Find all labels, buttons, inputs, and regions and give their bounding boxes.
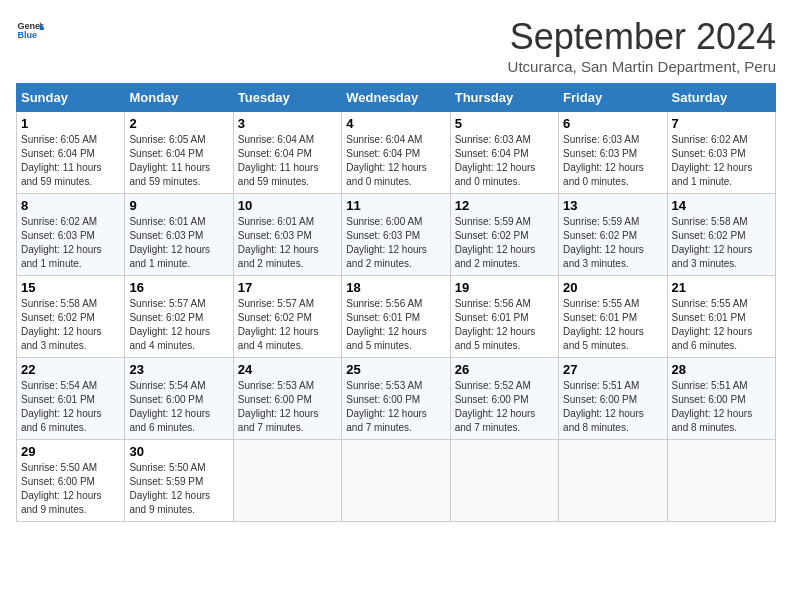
calendar-cell: 13 Sunrise: 5:59 AM Sunset: 6:02 PM Dayl… — [559, 194, 667, 276]
day-daylight: Daylight: 12 hours and 5 minutes. — [563, 326, 644, 351]
calendar-cell: 4 Sunrise: 6:04 AM Sunset: 6:04 PM Dayli… — [342, 112, 450, 194]
day-daylight: Daylight: 12 hours and 1 minute. — [129, 244, 210, 269]
day-sunset: Sunset: 6:02 PM — [129, 312, 203, 323]
calendar-cell: 15 Sunrise: 5:58 AM Sunset: 6:02 PM Dayl… — [17, 276, 125, 358]
day-number: 15 — [21, 280, 120, 295]
day-number: 17 — [238, 280, 337, 295]
day-number: 27 — [563, 362, 662, 377]
calendar-cell — [342, 440, 450, 522]
day-daylight: Daylight: 12 hours and 7 minutes. — [346, 408, 427, 433]
day-sunset: Sunset: 6:03 PM — [563, 148, 637, 159]
day-number: 3 — [238, 116, 337, 131]
day-daylight: Daylight: 12 hours and 8 minutes. — [563, 408, 644, 433]
calendar-week-1: 1 Sunrise: 6:05 AM Sunset: 6:04 PM Dayli… — [17, 112, 776, 194]
day-sunset: Sunset: 6:04 PM — [129, 148, 203, 159]
calendar-cell: 29 Sunrise: 5:50 AM Sunset: 6:00 PM Dayl… — [17, 440, 125, 522]
weekday-header-monday: Monday — [125, 84, 233, 112]
day-sunrise: Sunrise: 6:02 AM — [672, 134, 748, 145]
day-sunset: Sunset: 6:03 PM — [21, 230, 95, 241]
calendar-table: SundayMondayTuesdayWednesdayThursdayFrid… — [16, 83, 776, 522]
day-sunrise: Sunrise: 5:51 AM — [672, 380, 748, 391]
day-sunrise: Sunrise: 5:50 AM — [21, 462, 97, 473]
calendar-cell: 5 Sunrise: 6:03 AM Sunset: 6:04 PM Dayli… — [450, 112, 558, 194]
logo-icon: General Blue — [16, 16, 44, 44]
calendar-cell: 17 Sunrise: 5:57 AM Sunset: 6:02 PM Dayl… — [233, 276, 341, 358]
calendar-cell: 22 Sunrise: 5:54 AM Sunset: 6:01 PM Dayl… — [17, 358, 125, 440]
day-number: 11 — [346, 198, 445, 213]
day-sunrise: Sunrise: 5:53 AM — [238, 380, 314, 391]
calendar-cell: 16 Sunrise: 5:57 AM Sunset: 6:02 PM Dayl… — [125, 276, 233, 358]
calendar-cell — [667, 440, 775, 522]
day-daylight: Daylight: 12 hours and 4 minutes. — [238, 326, 319, 351]
day-sunset: Sunset: 6:04 PM — [21, 148, 95, 159]
day-sunrise: Sunrise: 5:58 AM — [21, 298, 97, 309]
day-sunset: Sunset: 6:04 PM — [346, 148, 420, 159]
calendar-cell: 3 Sunrise: 6:04 AM Sunset: 6:04 PM Dayli… — [233, 112, 341, 194]
day-number: 4 — [346, 116, 445, 131]
day-sunset: Sunset: 6:00 PM — [129, 394, 203, 405]
calendar-week-5: 29 Sunrise: 5:50 AM Sunset: 6:00 PM Dayl… — [17, 440, 776, 522]
calendar-cell: 1 Sunrise: 6:05 AM Sunset: 6:04 PM Dayli… — [17, 112, 125, 194]
day-number: 22 — [21, 362, 120, 377]
day-number: 1 — [21, 116, 120, 131]
day-sunset: Sunset: 6:02 PM — [563, 230, 637, 241]
logo: General Blue — [16, 16, 44, 44]
day-sunrise: Sunrise: 5:54 AM — [129, 380, 205, 391]
calendar-cell: 25 Sunrise: 5:53 AM Sunset: 6:00 PM Dayl… — [342, 358, 450, 440]
day-daylight: Daylight: 12 hours and 6 minutes. — [672, 326, 753, 351]
day-daylight: Daylight: 12 hours and 3 minutes. — [21, 326, 102, 351]
day-daylight: Daylight: 12 hours and 6 minutes. — [21, 408, 102, 433]
calendar-cell: 27 Sunrise: 5:51 AM Sunset: 6:00 PM Dayl… — [559, 358, 667, 440]
calendar-cell: 24 Sunrise: 5:53 AM Sunset: 6:00 PM Dayl… — [233, 358, 341, 440]
day-number: 8 — [21, 198, 120, 213]
day-daylight: Daylight: 12 hours and 1 minute. — [672, 162, 753, 187]
weekday-header-sunday: Sunday — [17, 84, 125, 112]
day-sunset: Sunset: 6:03 PM — [672, 148, 746, 159]
calendar-cell: 10 Sunrise: 6:01 AM Sunset: 6:03 PM Dayl… — [233, 194, 341, 276]
day-sunset: Sunset: 6:03 PM — [129, 230, 203, 241]
calendar-cell: 28 Sunrise: 5:51 AM Sunset: 6:00 PM Dayl… — [667, 358, 775, 440]
day-number: 7 — [672, 116, 771, 131]
day-number: 18 — [346, 280, 445, 295]
calendar-cell: 2 Sunrise: 6:05 AM Sunset: 6:04 PM Dayli… — [125, 112, 233, 194]
day-daylight: Daylight: 12 hours and 7 minutes. — [238, 408, 319, 433]
day-sunrise: Sunrise: 5:54 AM — [21, 380, 97, 391]
day-sunrise: Sunrise: 6:05 AM — [129, 134, 205, 145]
calendar-week-3: 15 Sunrise: 5:58 AM Sunset: 6:02 PM Dayl… — [17, 276, 776, 358]
day-sunset: Sunset: 5:59 PM — [129, 476, 203, 487]
day-number: 13 — [563, 198, 662, 213]
day-daylight: Daylight: 12 hours and 3 minutes. — [563, 244, 644, 269]
day-daylight: Daylight: 12 hours and 0 minutes. — [455, 162, 536, 187]
calendar-cell — [559, 440, 667, 522]
calendar-cell: 30 Sunrise: 5:50 AM Sunset: 5:59 PM Dayl… — [125, 440, 233, 522]
day-sunset: Sunset: 6:02 PM — [21, 312, 95, 323]
calendar-cell: 6 Sunrise: 6:03 AM Sunset: 6:03 PM Dayli… — [559, 112, 667, 194]
day-sunset: Sunset: 6:00 PM — [672, 394, 746, 405]
day-daylight: Daylight: 12 hours and 2 minutes. — [455, 244, 536, 269]
day-daylight: Daylight: 12 hours and 5 minutes. — [455, 326, 536, 351]
day-daylight: Daylight: 12 hours and 9 minutes. — [129, 490, 210, 515]
day-number: 19 — [455, 280, 554, 295]
day-daylight: Daylight: 12 hours and 0 minutes. — [346, 162, 427, 187]
day-sunset: Sunset: 6:01 PM — [21, 394, 95, 405]
calendar-cell: 8 Sunrise: 6:02 AM Sunset: 6:03 PM Dayli… — [17, 194, 125, 276]
day-number: 28 — [672, 362, 771, 377]
day-sunrise: Sunrise: 5:57 AM — [238, 298, 314, 309]
day-daylight: Daylight: 11 hours and 59 minutes. — [238, 162, 319, 187]
day-number: 30 — [129, 444, 228, 459]
calendar-cell: 21 Sunrise: 5:55 AM Sunset: 6:01 PM Dayl… — [667, 276, 775, 358]
day-sunset: Sunset: 6:00 PM — [238, 394, 312, 405]
location-subtitle: Utcurarca, San Martin Department, Peru — [508, 58, 776, 75]
day-daylight: Daylight: 12 hours and 9 minutes. — [21, 490, 102, 515]
day-sunset: Sunset: 6:01 PM — [346, 312, 420, 323]
day-sunrise: Sunrise: 6:01 AM — [238, 216, 314, 227]
day-sunrise: Sunrise: 6:03 AM — [563, 134, 639, 145]
day-sunrise: Sunrise: 5:55 AM — [672, 298, 748, 309]
day-daylight: Daylight: 12 hours and 7 minutes. — [455, 408, 536, 433]
calendar-cell: 12 Sunrise: 5:59 AM Sunset: 6:02 PM Dayl… — [450, 194, 558, 276]
day-sunrise: Sunrise: 5:51 AM — [563, 380, 639, 391]
day-number: 29 — [21, 444, 120, 459]
day-sunrise: Sunrise: 6:04 AM — [346, 134, 422, 145]
calendar-cell: 19 Sunrise: 5:56 AM Sunset: 6:01 PM Dayl… — [450, 276, 558, 358]
day-sunrise: Sunrise: 5:53 AM — [346, 380, 422, 391]
